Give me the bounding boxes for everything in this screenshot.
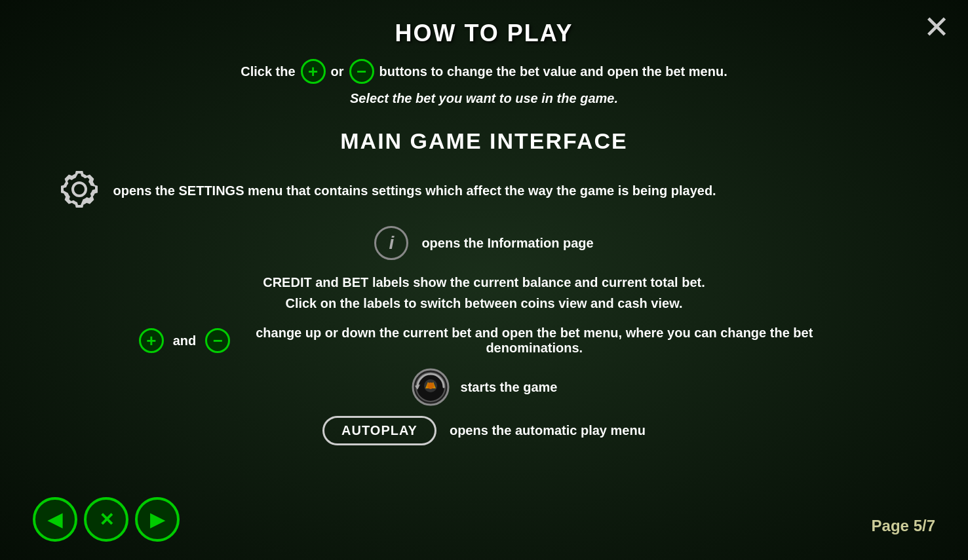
gear-icon	[58, 168, 100, 213]
info-description: opens the Information page	[421, 236, 593, 251]
or-label: or	[331, 61, 344, 82]
minus-button-icon	[349, 59, 374, 84]
credit-row: CREDIT and BET labels show the current b…	[263, 272, 705, 314]
spin-description: starts the game	[461, 380, 558, 395]
settings-description: opens the SETTINGS menu that contains se…	[113, 183, 716, 198]
info-circle-icon: i	[374, 226, 408, 260]
bet-description: change up or down the current bet and op…	[239, 326, 829, 356]
how-to-play-section: Click the or buttons to change the bet v…	[241, 59, 727, 109]
main-game-title: MAIN GAME INTERFACE	[340, 128, 627, 154]
bet-between-label: and	[173, 333, 197, 348]
page-title: HOW TO PLAY	[395, 20, 573, 47]
how-to-play-line2: Select the bet you want to use in the ga…	[241, 88, 727, 109]
spin-row: starts the game	[411, 367, 558, 407]
credit-line1: CREDIT and BET labels show the current b…	[263, 272, 705, 293]
svg-point-4	[427, 383, 434, 389]
spin-icon	[411, 367, 450, 407]
click-the-label: Click the	[241, 61, 295, 82]
autoplay-button[interactable]: AUTOPLAY	[322, 416, 436, 445]
bet-minus-icon	[205, 328, 230, 353]
buttons-description: buttons to change the bet value and open…	[379, 61, 727, 82]
autoplay-description: opens the automatic play menu	[450, 423, 646, 438]
main-content: ✕ HOW TO PLAY Click the or buttons to ch…	[0, 0, 968, 560]
how-to-play-line1: Click the or buttons to change the bet v…	[241, 59, 727, 84]
plus-button-icon	[301, 59, 326, 84]
close-button[interactable]: ✕	[923, 12, 950, 43]
bet-row: and change up or down the current bet an…	[139, 326, 830, 356]
credit-line2: Click on the labels to switch between co…	[263, 293, 705, 314]
settings-row: opens the SETTINGS menu that contains se…	[58, 168, 910, 213]
autoplay-row: AUTOPLAY opens the automatic play menu	[322, 416, 646, 445]
bet-plus-icon	[139, 328, 164, 353]
info-row: i opens the Information page	[374, 226, 593, 260]
